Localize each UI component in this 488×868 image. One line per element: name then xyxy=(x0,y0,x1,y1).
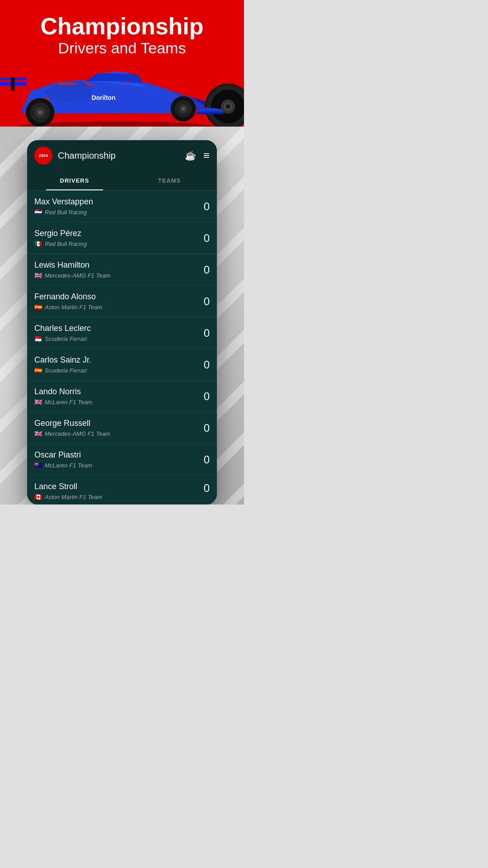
driver-team-row: 🇦🇺 McLaren F1 Team xyxy=(34,462,196,469)
driver-points: 0 xyxy=(196,359,210,371)
driver-points: 0 xyxy=(196,295,210,308)
driver-row[interactable]: George Russell 🇬🇧 Mercedes-AMG F1 Team 0 xyxy=(27,412,217,444)
driver-info: Fernando Alonso 🇪🇸 Aston Martin F1 Team xyxy=(34,292,196,311)
driver-name: Oscar Piastri xyxy=(34,450,196,460)
driver-list: Max Verstappen 🇳🇱 Red Bull Racing 0 Serg… xyxy=(27,191,217,505)
driver-team: McLaren F1 Team xyxy=(45,462,92,469)
driver-info: George Russell 🇬🇧 Mercedes-AMG F1 Team xyxy=(34,419,196,437)
driver-info: Carlos Sainz Jr. 🇪🇸 Scuderia Ferrari xyxy=(34,355,196,374)
driver-points: 0 xyxy=(196,327,210,340)
driver-team-row: 🇬🇧 Mercedes-AMG F1 Team xyxy=(34,430,196,437)
driver-points: 0 xyxy=(196,200,210,213)
app-title: Championship xyxy=(58,151,179,161)
driver-row[interactable]: Lance Stroll 🇨🇦 Aston Martin F1 Team 0 xyxy=(27,476,217,505)
driver-name: Lando Norris xyxy=(34,387,196,396)
driver-team-row: 🇬🇧 Mercedes-AMG F1 Team xyxy=(34,272,196,279)
driver-flag: 🇬🇧 xyxy=(34,398,42,406)
driver-team-row: 🇲🇽 Red Bull Racing xyxy=(34,240,196,247)
driver-flag: 🇪🇸 xyxy=(34,367,42,374)
driver-points: 0 xyxy=(196,264,210,276)
driver-flag: 🇨🇦 xyxy=(34,493,42,500)
driver-team: Red Bull Racing xyxy=(45,209,87,216)
driver-team-row: 🇬🇧 McLaren F1 Team xyxy=(34,398,196,406)
driver-points: 0 xyxy=(196,453,210,466)
driver-flag: 🇬🇧 xyxy=(34,430,42,437)
driver-info: Charles Leclerc 🇲🇨 Scuderia Ferrari xyxy=(34,324,196,342)
driver-row[interactable]: Lewis Hamilton 🇬🇧 Mercedes-AMG F1 Team 0 xyxy=(27,254,217,286)
driver-team-row: 🇲🇨 Scuderia Ferrari xyxy=(34,335,196,342)
hero-section: Championship Drivers and Teams xyxy=(0,0,244,127)
driver-team-row: 🇳🇱 Red Bull Racing xyxy=(34,208,196,216)
svg-point-17 xyxy=(38,110,42,114)
svg-rect-34 xyxy=(199,109,221,110)
driver-row[interactable]: Fernando Alonso 🇪🇸 Aston Martin F1 Team … xyxy=(27,286,217,317)
tab-drivers[interactable]: DRIVERS xyxy=(27,171,122,190)
driver-info: Lance Stroll 🇨🇦 Aston Martin F1 Team xyxy=(34,482,196,500)
header-icons: ☕ ≡ xyxy=(185,149,210,162)
driver-info: Oscar Piastri 🇦🇺 McLaren F1 Team xyxy=(34,450,196,469)
driver-name: Lance Stroll xyxy=(34,482,196,491)
driver-name: George Russell xyxy=(34,419,196,428)
driver-points: 0 xyxy=(196,482,210,495)
driver-flag: 🇪🇸 xyxy=(34,303,42,311)
driver-team-row: 🇪🇸 Aston Martin F1 Team xyxy=(34,303,196,311)
driver-name: Charles Leclerc xyxy=(34,324,196,333)
driver-team: McLaren F1 Team xyxy=(45,399,92,406)
driver-team: Scuderia Ferrari xyxy=(45,335,87,342)
driver-row[interactable]: Max Verstappen 🇳🇱 Red Bull Racing 0 xyxy=(27,191,217,222)
hero-subtitle: Drivers and Teams xyxy=(58,39,186,57)
hero-title: Championship xyxy=(40,14,203,39)
menu-icon[interactable]: ≡ xyxy=(203,149,210,162)
driver-flag: 🇳🇱 xyxy=(34,208,42,216)
driver-row[interactable]: Lando Norris 🇬🇧 McLaren F1 Team 0 xyxy=(27,381,217,412)
driver-team-row: 🇨🇦 Aston Martin F1 Team xyxy=(34,493,196,500)
svg-rect-33 xyxy=(197,112,223,114)
driver-team: Scuderia Ferrari xyxy=(45,367,87,374)
driver-name: Carlos Sainz Jr. xyxy=(34,355,196,365)
driver-points: 0 xyxy=(196,390,210,403)
driver-row[interactable]: Oscar Piastri 🇦🇺 McLaren F1 Team 0 xyxy=(27,444,217,476)
background-section: 2024 Championship ☕ ≡ DRIVERS TEAMS Max … xyxy=(0,127,244,505)
driver-row[interactable]: Carlos Sainz Jr. 🇪🇸 Scuderia Ferrari 0 xyxy=(27,349,217,381)
driver-info: Lando Norris 🇬🇧 McLaren F1 Team xyxy=(34,387,196,406)
driver-name: Max Verstappen xyxy=(34,197,196,207)
driver-team: Mercedes-AMG F1 Team xyxy=(45,272,110,279)
driver-points: 0 xyxy=(196,232,210,245)
coffee-icon[interactable]: ☕ xyxy=(185,150,196,161)
driver-team: Aston Martin F1 Team xyxy=(45,304,102,311)
driver-row[interactable]: Sergio Pérez 🇲🇽 Red Bull Racing 0 xyxy=(27,222,217,254)
app-header: 2024 Championship ☕ ≡ xyxy=(27,140,217,171)
tab-teams[interactable]: TEAMS xyxy=(122,171,217,190)
driver-info: Lewis Hamilton 🇬🇧 Mercedes-AMG F1 Team xyxy=(34,260,196,279)
driver-flag: 🇬🇧 xyxy=(34,272,42,279)
driver-row[interactable]: Charles Leclerc 🇲🇨 Scuderia Ferrari 0 xyxy=(27,317,217,349)
driver-flag: 🇦🇺 xyxy=(34,462,42,469)
driver-name: Lewis Hamilton xyxy=(34,260,196,270)
hero-car: Dorilton xyxy=(0,54,244,127)
tab-bar: DRIVERS TEAMS xyxy=(27,171,217,191)
driver-team: Mercedes-AMG F1 Team xyxy=(45,430,110,437)
driver-info: Max Verstappen 🇳🇱 Red Bull Racing xyxy=(34,197,196,216)
svg-rect-3 xyxy=(11,77,14,91)
app-logo: 2024 xyxy=(34,146,52,165)
driver-info: Sergio Pérez 🇲🇽 Red Bull Racing xyxy=(34,229,196,247)
svg-text:Dorilton: Dorilton xyxy=(92,94,116,101)
driver-flag: 🇲🇽 xyxy=(34,240,42,247)
svg-point-30 xyxy=(226,104,230,109)
driver-team-row: 🇪🇸 Scuderia Ferrari xyxy=(34,367,196,374)
svg-point-21 xyxy=(182,107,185,111)
driver-name: Fernando Alonso xyxy=(34,292,196,302)
driver-team: Red Bull Racing xyxy=(45,241,87,247)
phone-mockup: 2024 Championship ☕ ≡ DRIVERS TEAMS Max … xyxy=(27,140,217,505)
driver-points: 0 xyxy=(196,422,210,434)
svg-rect-13 xyxy=(58,83,76,85)
driver-flag: 🇲🇨 xyxy=(34,335,42,342)
driver-team: Aston Martin F1 Team xyxy=(45,494,102,500)
driver-name: Sergio Pérez xyxy=(34,229,196,238)
